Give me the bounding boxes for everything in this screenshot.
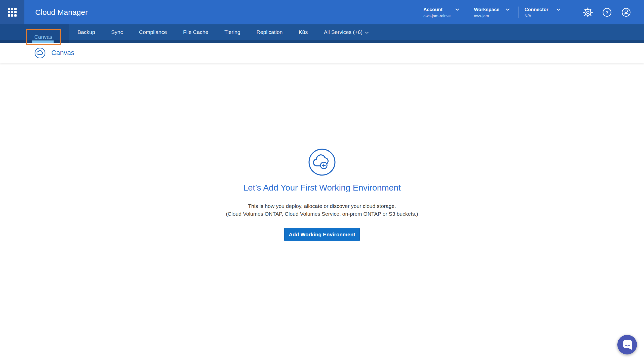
connector-value: N/A (525, 14, 563, 18)
help-icon: ? (602, 8, 612, 17)
settings-button[interactable] (583, 8, 593, 17)
page-subheader: Canvas (0, 43, 644, 63)
help-button[interactable]: ? (602, 8, 612, 17)
workspace-dropdown[interactable]: Workspace aws-jam (474, 6, 512, 18)
account-value: aws-jam-reinve... (423, 14, 462, 18)
tab-replication[interactable]: Replication (256, 29, 283, 35)
tab-file-cache[interactable]: File Cache (183, 29, 208, 35)
top-header: Cloud Manager Account aws-jam-reinve... … (0, 0, 644, 24)
page-title: Canvas (51, 49, 74, 57)
workspace-label: Workspace (474, 7, 499, 12)
apps-menu-button[interactable] (0, 0, 24, 24)
add-working-environment-icon (308, 148, 336, 176)
account-label: Account (423, 7, 442, 12)
service-navbar: Canvas Backup Sync Compliance File Cache… (0, 24, 644, 43)
empty-state-description: This is how you deploy, allocate or disc… (226, 202, 418, 218)
chevron-down-icon (455, 7, 459, 12)
empty-state-line2: (Cloud Volumes ONTAP, Cloud Volumes Serv… (226, 210, 418, 218)
navbar-bottom-band (0, 40, 644, 43)
tab-sync[interactable]: Sync (111, 29, 123, 35)
header-divider (518, 7, 518, 18)
tab-canvas[interactable]: Canvas (26, 29, 61, 45)
header-divider (468, 7, 468, 18)
workspace-value: aws-jam (474, 14, 512, 18)
tab-compliance[interactable]: Compliance (139, 29, 167, 35)
empty-state-heading: Let’s Add Your First Working Environment (243, 183, 401, 193)
chevron-down-icon (506, 7, 510, 12)
empty-state-line1: This is how you deploy, allocate or disc… (226, 202, 418, 210)
chevron-down-icon (556, 7, 560, 12)
tab-canvas-label: Canvas (34, 34, 52, 40)
apps-grid-icon (8, 8, 17, 17)
canvas-cloud-icon (34, 47, 46, 59)
connector-dropdown[interactable]: Connector N/A (525, 6, 563, 18)
tab-backup[interactable]: Backup (77, 29, 95, 35)
tab-k8s[interactable]: K8s (299, 29, 308, 35)
tab-tiering[interactable]: Tiering (224, 29, 240, 35)
chat-launcher-button[interactable] (617, 335, 637, 354)
user-icon (621, 8, 631, 17)
settings-icon (583, 8, 593, 17)
tab-all-services[interactable]: All Services (+6) (324, 29, 369, 35)
connector-label: Connector (525, 7, 548, 12)
account-dropdown[interactable]: Account aws-jam-reinve... (423, 6, 462, 18)
user-button[interactable] (621, 8, 631, 17)
header-divider (569, 7, 569, 18)
app-title: Cloud Manager (35, 8, 88, 17)
chevron-down-icon (365, 29, 369, 35)
canvas-empty-state: Let’s Add Your First Working Environment… (0, 64, 644, 362)
add-working-environment-button[interactable]: Add Working Environment (284, 228, 360, 241)
svg-text:?: ? (606, 10, 609, 15)
chat-icon (617, 335, 637, 354)
